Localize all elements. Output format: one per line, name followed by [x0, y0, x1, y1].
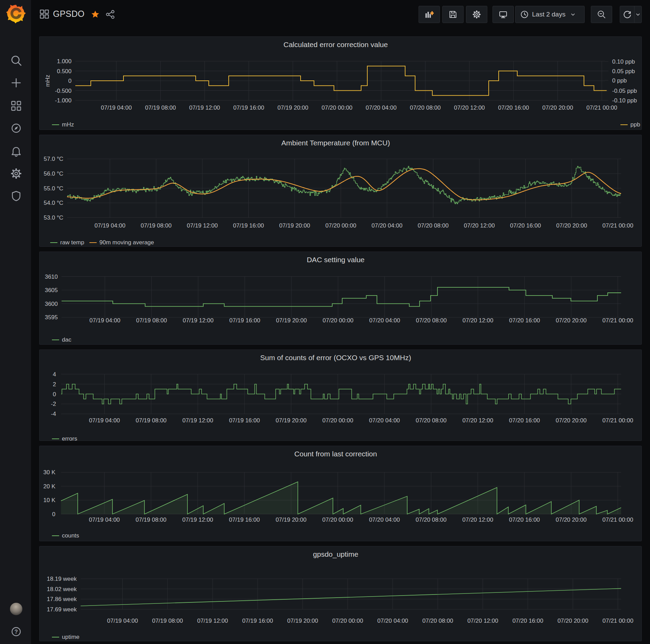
svg-text:07/19 08:00: 07/19 08:00 [136, 317, 167, 324]
svg-text:54.0 °C: 54.0 °C [44, 200, 63, 206]
svg-text:mHz: mHz [44, 75, 51, 87]
svg-text:07/20 20:00: 07/20 20:00 [556, 417, 587, 424]
svg-text:07/20 16:00: 07/20 16:00 [498, 104, 529, 111]
svg-text:07/20 00:00: 07/20 00:00 [325, 222, 356, 229]
svg-text:07/20 16:00: 07/20 16:00 [512, 618, 543, 624]
svg-text:18.02 week: 18.02 week [47, 586, 77, 592]
svg-text:10 K: 10 K [43, 497, 56, 503]
svg-text:-2: -2 [51, 401, 56, 407]
svg-text:3600: 3600 [45, 301, 58, 307]
svg-text:-0.500: -0.500 [55, 88, 72, 94]
svg-text:07/19 04:00: 07/19 04:00 [89, 417, 120, 424]
svg-text:07/20 00:00: 07/20 00:00 [332, 618, 363, 624]
svg-text:07/19 12:00: 07/19 12:00 [189, 104, 220, 111]
svg-text:0 ppb: 0 ppb [612, 77, 627, 84]
svg-text:07/20 20:00: 07/20 20:00 [556, 317, 587, 324]
svg-text:07/20 16:00: 07/20 16:00 [509, 317, 540, 324]
svg-text:07/20 08:00: 07/20 08:00 [416, 317, 447, 324]
svg-text:07/19 04:00: 07/19 04:00 [89, 317, 120, 324]
svg-text:-4: -4 [51, 411, 56, 417]
svg-text:0: 0 [52, 511, 55, 518]
svg-text:07/20 04:00: 07/20 04:00 [366, 104, 397, 111]
svg-text:07/20 20:00: 07/20 20:00 [556, 222, 587, 229]
svg-text:4: 4 [53, 371, 56, 378]
svg-text:3610: 3610 [45, 274, 58, 280]
svg-text:07/20 12:00: 07/20 12:00 [467, 618, 498, 624]
svg-text:07/19 16:00: 07/19 16:00 [242, 618, 273, 624]
svg-text:07/20 04:00: 07/20 04:00 [377, 618, 408, 624]
svg-text:07/20 04:00: 07/20 04:00 [371, 222, 402, 229]
svg-text:07/19 16:00: 07/19 16:00 [233, 222, 264, 229]
svg-text:0.05 ppb: 0.05 ppb [612, 68, 635, 75]
svg-text:07/20 08:00: 07/20 08:00 [418, 222, 449, 229]
svg-text:07/19 20:00: 07/19 20:00 [287, 618, 318, 624]
svg-text:07/21 00:00: 07/21 00:00 [586, 104, 617, 111]
svg-text:0: 0 [68, 78, 72, 84]
svg-text:07/20 08:00: 07/20 08:00 [410, 104, 441, 111]
svg-text:07/20 20:00: 07/20 20:00 [542, 104, 573, 111]
svg-text:07/19 12:00: 07/19 12:00 [197, 618, 228, 624]
svg-text:07/20 12:00: 07/20 12:00 [463, 317, 494, 324]
svg-text:07/19 04:00: 07/19 04:00 [89, 517, 120, 523]
svg-text:07/19 16:00: 07/19 16:00 [233, 104, 264, 111]
svg-text:07/20 08:00: 07/20 08:00 [422, 618, 453, 624]
svg-text:07/20 16:00: 07/20 16:00 [509, 517, 540, 523]
svg-text:07/21 00:00: 07/21 00:00 [602, 417, 633, 424]
svg-text:07/20 20:00: 07/20 20:00 [556, 517, 587, 523]
svg-text:07/19 16:00: 07/19 16:00 [229, 517, 260, 523]
svg-text:07/20 04:00: 07/20 04:00 [369, 317, 400, 324]
svg-text:07/20 00:00: 07/20 00:00 [322, 417, 353, 424]
svg-text:07/19 08:00: 07/19 08:00 [152, 618, 183, 624]
svg-text:-0.05 ppb: -0.05 ppb [612, 88, 637, 94]
svg-text:17.69 week: 17.69 week [47, 606, 77, 613]
svg-text:07/20 16:00: 07/20 16:00 [509, 417, 540, 424]
svg-text:07/20 12:00: 07/20 12:00 [462, 517, 493, 523]
svg-text:53.0 °C: 53.0 °C [44, 214, 63, 221]
svg-text:55.0 °C: 55.0 °C [44, 185, 63, 192]
svg-text:07/20 00:00: 07/20 00:00 [322, 104, 353, 111]
svg-text:07/20 08:00: 07/20 08:00 [416, 417, 447, 424]
svg-text:07/20 00:00: 07/20 00:00 [323, 317, 354, 324]
svg-text:07/19 12:00: 07/19 12:00 [187, 222, 218, 229]
svg-text:07/20 04:00: 07/20 04:00 [369, 417, 400, 424]
svg-text:3605: 3605 [45, 287, 58, 293]
svg-text:07/19 04:00: 07/19 04:00 [101, 104, 132, 111]
svg-text:07/21 00:00: 07/21 00:00 [602, 317, 633, 324]
svg-text:1.000: 1.000 [57, 58, 72, 65]
svg-text:2: 2 [53, 381, 56, 388]
svg-text:07/19 08:00: 07/19 08:00 [141, 222, 172, 229]
svg-text:07/20 16:00: 07/20 16:00 [510, 222, 541, 229]
svg-text:07/19 08:00: 07/19 08:00 [136, 517, 166, 523]
svg-text:3595: 3595 [45, 314, 58, 321]
svg-text:0.500: 0.500 [57, 68, 72, 75]
svg-text:07/20 12:00: 07/20 12:00 [454, 104, 485, 111]
svg-text:07/21 00:00: 07/21 00:00 [603, 618, 633, 624]
svg-text:07/19 20:00: 07/19 20:00 [276, 417, 307, 424]
svg-text:07/19 16:00: 07/19 16:00 [229, 317, 260, 324]
svg-text:18.19 week: 18.19 week [47, 576, 77, 582]
svg-text:07/19 20:00: 07/19 20:00 [275, 517, 306, 523]
svg-text:07/19 08:00: 07/19 08:00 [136, 417, 166, 424]
svg-text:07/19 20:00: 07/19 20:00 [276, 317, 307, 324]
svg-text:56.0 °C: 56.0 °C [44, 170, 63, 177]
svg-text:30 K: 30 K [43, 469, 56, 476]
svg-text:07/20 12:00: 07/20 12:00 [464, 222, 495, 229]
svg-text:07/21 00:00: 07/21 00:00 [603, 222, 633, 229]
svg-text:-0.10 ppb: -0.10 ppb [612, 97, 637, 104]
svg-text:07/20 08:00: 07/20 08:00 [416, 517, 447, 523]
svg-text:07/19 12:00: 07/19 12:00 [182, 517, 213, 523]
svg-text:07/20 00:00: 07/20 00:00 [322, 517, 353, 523]
svg-text:07/20 20:00: 07/20 20:00 [557, 618, 588, 624]
svg-text:07/20 12:00: 07/20 12:00 [462, 417, 493, 424]
svg-text:57.0 °C: 57.0 °C [44, 156, 63, 162]
svg-text:07/19 12:00: 07/19 12:00 [182, 417, 213, 424]
svg-text:0: 0 [53, 391, 56, 398]
svg-text:07/19 16:00: 07/19 16:00 [229, 417, 260, 424]
svg-text:07/21 00:00: 07/21 00:00 [602, 517, 633, 523]
svg-text:-1.000: -1.000 [55, 97, 72, 104]
svg-text:07/19 20:00: 07/19 20:00 [278, 104, 308, 111]
svg-text:07/19 04:00: 07/19 04:00 [107, 618, 138, 624]
svg-text:07/19 20:00: 07/19 20:00 [279, 222, 310, 229]
svg-text:?: ? [14, 629, 18, 635]
svg-text:17.86 week: 17.86 week [47, 596, 77, 602]
